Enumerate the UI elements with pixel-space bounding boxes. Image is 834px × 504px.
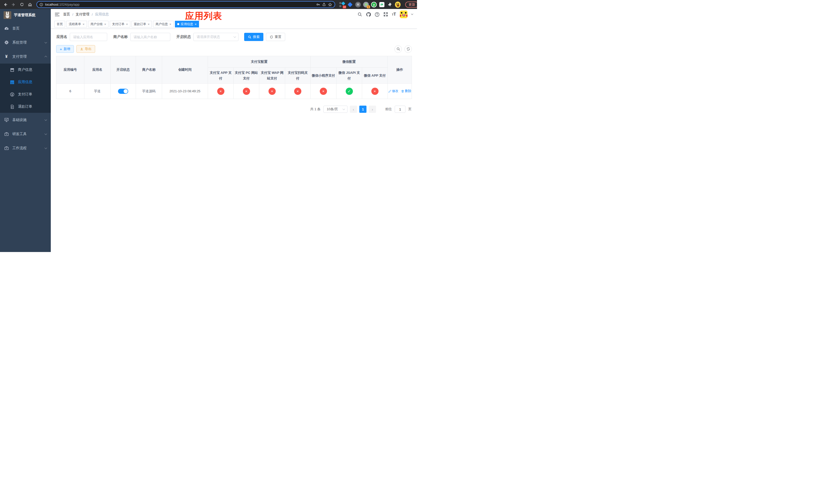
alipay-wap-status-icon: ×	[268, 88, 276, 95]
fullscreen-icon[interactable]	[383, 12, 388, 17]
sidebar-item-infrastructure[interactable]: 基础设施	[0, 113, 51, 127]
sidebar-item-home[interactable]: 首页	[0, 21, 51, 36]
breadcrumb-payment-mgmt[interactable]: 支付管理	[76, 12, 89, 17]
url-text: localhost:1024/pay/app	[45, 3, 314, 6]
col-wx-app: 微信 APP 支付	[362, 68, 388, 84]
search-icon	[396, 47, 400, 51]
tab-refund-order[interactable]: 退款订单×	[132, 21, 152, 27]
plus-icon: +	[60, 47, 62, 51]
refresh-icon	[407, 47, 410, 51]
sidebar-item-merchant-info[interactable]: 商户信息	[0, 64, 51, 76]
close-icon[interactable]: ×	[148, 23, 150, 26]
col-alipay-qr: 支付宝扫码支付	[285, 68, 311, 84]
page-header: 首页 / 支付管理 / 应用信息 TT	[51, 9, 417, 20]
close-icon[interactable]: ×	[83, 23, 85, 26]
edit-button[interactable]: 修改	[388, 89, 398, 93]
sidebar-item-pay-order[interactable]: 支付订单	[0, 88, 51, 100]
document-icon	[10, 105, 14, 109]
y-extension-icon[interactable]: y	[371, 2, 377, 7]
logo-rabbit-avatar	[4, 11, 11, 19]
share-icon[interactable]	[322, 3, 326, 6]
password-key-icon[interactable]	[316, 3, 320, 6]
site-info-icon[interactable]	[40, 3, 43, 6]
chevron-up-icon	[45, 56, 47, 59]
close-icon[interactable]: ×	[104, 23, 106, 26]
extensions-puzzle-icon[interactable]	[387, 2, 393, 7]
col-actions: 操作	[388, 56, 412, 84]
gem-extension-icon[interactable]	[347, 2, 353, 7]
sidebar-item-refund-order[interactable]: 退款订单	[0, 100, 51, 113]
user-avatar[interactable]	[400, 10, 408, 18]
close-icon[interactable]: ×	[195, 23, 197, 26]
page-number-1[interactable]: 1	[359, 106, 367, 113]
yen-icon: ¥	[4, 54, 9, 59]
goto-page-input[interactable]	[395, 106, 405, 113]
profile-emoji-icon[interactable]	[395, 2, 401, 7]
sidebar-item-workflow[interactable]: 工作流程	[0, 141, 51, 155]
toggle-search-button[interactable]	[394, 45, 402, 53]
search-button[interactable]: 搜索	[244, 33, 263, 41]
search-icon[interactable]	[357, 12, 362, 17]
browser-home-button[interactable]	[27, 1, 33, 8]
url-bar[interactable]: localhost:1024/pay/app	[37, 1, 335, 8]
app-name-input[interactable]	[70, 33, 107, 41]
tab-home[interactable]: 首页	[54, 21, 65, 27]
add-button[interactable]: + 新增	[56, 45, 74, 53]
bookmark-star-icon[interactable]	[328, 3, 332, 7]
col-alipay-pc: 支付宝 PC 网站支付	[234, 68, 259, 84]
browser-forward-button[interactable]	[10, 1, 17, 8]
close-icon[interactable]: ×	[169, 23, 171, 26]
pinned-extension-icon[interactable]: 10	[339, 2, 345, 7]
close-icon[interactable]: ×	[126, 23, 128, 26]
tab-user-group[interactable]: 用户分组×	[88, 21, 109, 27]
pagination: 共 1 条 10条/页 ‹ 1 › 前往 页	[56, 106, 412, 113]
merchant-name-input[interactable]	[130, 33, 170, 41]
sidebar-item-dev-tools[interactable]: 研发工具	[0, 127, 51, 141]
goto-label: 前往	[385, 107, 392, 112]
sidebar-item-system-mgmt[interactable]: 系统管理	[0, 36, 51, 49]
payment-submenu: 商户信息 应用信息 支付订单 退款订单	[0, 64, 51, 113]
search-form: 应用名 商户名称 开启状态 请选择开启状态 搜索 重置	[56, 33, 412, 41]
reset-button[interactable]: 重置	[266, 33, 285, 41]
alipay-pc-status-icon: ×	[243, 88, 250, 95]
table-row: 6 芋道 芋道源码 2021-10-23 08:49:25 × × × × × …	[57, 84, 412, 99]
toolbox-icon	[4, 132, 9, 136]
recorder-extension-icon[interactable]: 1	[363, 2, 369, 7]
page-size-select[interactable]: 10条/页	[323, 106, 348, 113]
chevron-down-icon	[45, 132, 47, 135]
home-icon	[28, 3, 32, 7]
wx-lite-status-icon: ×	[320, 88, 327, 95]
app-logo: 芋道管理系统	[0, 9, 51, 21]
app-table: 应用编号 应用名 开启状态 商户名称 创建时间 支付宝配置 微信配置 操作 支付…	[56, 56, 412, 99]
sidebar-item-app-info[interactable]: 应用信息	[0, 76, 51, 88]
status-select[interactable]: 请选择开启状态	[193, 33, 239, 41]
table-grid-icon	[10, 80, 14, 84]
tab-merchant-info[interactable]: 商户信息×	[153, 21, 174, 27]
prev-page-button[interactable]: ‹	[350, 106, 357, 113]
status-toggle[interactable]	[118, 89, 128, 94]
pencil-icon	[388, 90, 391, 93]
browser-update-button[interactable]: 更新	[405, 2, 417, 8]
github-icon[interactable]	[366, 12, 371, 17]
breadcrumb-home[interactable]: 首页	[63, 12, 70, 17]
refresh-table-button[interactable]	[404, 45, 412, 53]
font-size-icon[interactable]: TT	[392, 12, 396, 17]
tab-pay-order[interactable]: 支付订单×	[110, 21, 130, 27]
browser-back-button[interactable]	[2, 1, 9, 8]
user-menu-caret-icon[interactable]	[411, 13, 413, 15]
breadcrumb-app-info: 应用信息	[95, 12, 109, 17]
col-created: 创建时间	[162, 56, 208, 84]
forward-icon	[12, 3, 16, 7]
next-page-button[interactable]: ›	[369, 106, 376, 113]
browser-reload-button[interactable]	[19, 1, 25, 8]
shop-icon	[10, 68, 14, 72]
export-button[interactable]: 导出	[76, 45, 95, 53]
chat-extension-icon[interactable]	[379, 2, 385, 7]
tab-flow-form[interactable]: 流程表单×	[66, 21, 87, 27]
delete-button[interactable]: 删除	[401, 89, 411, 93]
sidebar-item-payment-mgmt[interactable]: ¥ 支付管理	[0, 49, 51, 64]
help-icon[interactable]	[375, 12, 379, 17]
sidebar-collapse-icon[interactable]	[55, 13, 60, 16]
command-extension-icon[interactable]: ⌘	[355, 2, 361, 7]
alipay-app-status-icon: ×	[217, 88, 224, 95]
